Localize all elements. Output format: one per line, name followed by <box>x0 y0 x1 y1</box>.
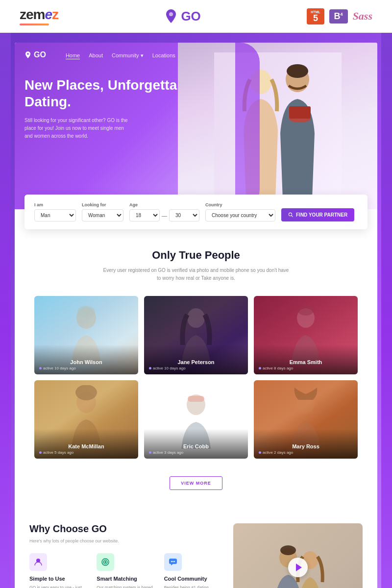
why-choose-section: Why Choose GO Here's why lots of people … <box>15 509 377 588</box>
view-more-button[interactable]: VIEW MORE <box>170 476 222 490</box>
emma-overlay: Emma Smith active 8 days ago <box>254 344 358 374</box>
bootstrap-badge: B4 <box>329 9 348 24</box>
age-label: Age <box>129 202 199 207</box>
why-features-grid: Simple to Use GO is very easy to use - j… <box>29 553 223 588</box>
search-bar: I am Man Woman Looking for Woman Man Age… <box>24 195 368 229</box>
people-grid: John Wilson active 10 days ago <box>34 296 358 459</box>
age-to-select[interactable]: 30354050 <box>169 209 199 221</box>
svg-rect-18 <box>188 396 204 402</box>
nav-pin-icon <box>24 51 31 59</box>
hero-couple-image <box>178 43 377 209</box>
svg-rect-7 <box>289 106 311 119</box>
nav-community[interactable]: Community ▾ <box>112 50 144 59</box>
hero-brand: GO <box>24 50 46 59</box>
nav-locations[interactable]: Locations <box>152 50 175 59</box>
zemes-logo[interactable]: zemez <box>20 7 58 25</box>
matching-title: Smart Matching <box>97 576 156 582</box>
simple-desc: GO is very easy to use - just choose you… <box>29 585 89 588</box>
only-true-people-section: Only True People Every user registered o… <box>15 229 377 509</box>
why-left-content: Why Choose GO Here's why lots of people … <box>29 523 223 588</box>
page-background: GO Home About Community ▾ Locations Page… <box>0 33 392 588</box>
svg-point-29 <box>280 545 296 555</box>
nav-home[interactable]: Home <box>66 50 80 59</box>
kate-activity: active 5 days ago <box>39 450 133 455</box>
why-title: Why Choose GO <box>29 523 223 535</box>
looking-label: Looking for <box>82 202 123 207</box>
svg-point-1 <box>27 53 29 55</box>
activity-indicator <box>39 451 42 454</box>
svg-point-8 <box>289 213 292 216</box>
why-video-thumbnail <box>233 523 363 588</box>
activity-indicator <box>39 367 42 369</box>
mary-name: Mary Ross <box>259 443 353 449</box>
tech-badges: HTML 5 B4 Sass <box>307 8 372 24</box>
svg-point-25 <box>171 561 172 562</box>
age-field: Age 18212530 — 30354050 <box>129 202 199 221</box>
find-partner-button[interactable]: FIND YOUR PARTNER <box>281 208 354 221</box>
play-button[interactable] <box>288 558 308 577</box>
location-pin-icon <box>164 8 178 24</box>
svg-point-5 <box>287 64 308 78</box>
svg-point-14 <box>298 306 314 316</box>
community-icon <box>164 553 182 571</box>
emma-name: Emma Smith <box>259 359 353 365</box>
mary-activity: active 2 days ago <box>259 450 353 455</box>
svg-point-0 <box>169 12 173 16</box>
hero-image <box>178 43 377 209</box>
person-card-kate[interactable]: Kate McMillan active 5 days ago <box>34 380 138 459</box>
looking-select[interactable]: Woman Man <box>82 209 123 221</box>
sass-badge: Sass <box>353 10 372 23</box>
activity-indicator <box>259 451 261 454</box>
country-select[interactable]: Choose your country United States United… <box>205 209 275 221</box>
feature-matching: Smart Matching Our matching system is ba… <box>97 553 156 588</box>
search-icon <box>288 212 294 218</box>
age-from-select[interactable]: 18212530 <box>129 209 160 221</box>
simple-title: Simple to Use <box>29 576 89 582</box>
iam-select[interactable]: Man Woman <box>34 209 76 221</box>
couple-illustration <box>214 52 342 199</box>
nav-about[interactable]: About <box>89 50 103 59</box>
mary-overlay: Mary Ross active 2 days ago <box>254 429 358 459</box>
john-name: John Wilson <box>39 359 133 365</box>
looking-for-field: Looking for Woman Man <box>82 202 123 221</box>
activity-indicator <box>259 367 261 369</box>
country-label: Country <box>205 202 275 207</box>
person-card-emma[interactable]: Emma Smith active 8 days ago <box>254 296 358 374</box>
svg-point-11 <box>77 306 95 318</box>
feature-community: Cool Community Besides being #1 dating s… <box>164 553 223 588</box>
otp-title: Only True People <box>29 249 363 262</box>
svg-line-9 <box>292 216 293 217</box>
person-card-eric[interactable]: Eric Cobb active 3 days ago <box>144 380 248 459</box>
age-dash: — <box>162 213 167 219</box>
john-activity: active 10 days ago <box>39 366 133 370</box>
country-field: Country Choose your country United State… <box>205 202 275 221</box>
matching-desc: Our matching system is based on geolocat… <box>97 585 156 588</box>
jane-name: Jane Peterson <box>149 359 243 365</box>
iam-label: I am <box>34 202 76 207</box>
activity-indicator <box>149 367 151 369</box>
svg-point-27 <box>173 561 174 562</box>
svg-point-26 <box>172 561 173 562</box>
go-logo: GO <box>164 8 200 24</box>
svg-point-23 <box>104 561 106 563</box>
html5-badge: HTML 5 <box>307 8 324 24</box>
svg-point-16 <box>75 385 97 400</box>
chat-icon <box>168 557 178 567</box>
eric-activity: active 3 days ago <box>149 450 243 455</box>
site-card: GO Home About Community ▾ Locations Page… <box>15 43 377 588</box>
eric-name: Eric Cobb <box>149 443 243 449</box>
play-triangle-icon <box>296 564 302 571</box>
why-right-image <box>233 523 363 588</box>
john-overlay: John Wilson active 10 days ago <box>34 344 138 374</box>
person-card-mary[interactable]: Mary Ross active 2 days ago <box>254 380 358 459</box>
jane-activity: active 10 days ago <box>149 366 243 370</box>
hero-subtitle: Still looking for your significant other… <box>24 117 132 140</box>
person-card-john[interactable]: John Wilson active 10 days ago <box>34 296 138 374</box>
svg-rect-2 <box>214 52 342 199</box>
iam-field: I am Man Woman <box>34 202 76 221</box>
simple-icon <box>29 553 47 571</box>
svg-point-12 <box>187 308 205 328</box>
eric-overlay: Eric Cobb active 3 days ago <box>144 429 248 459</box>
person-card-jane[interactable]: Jane Peterson active 10 days ago <box>144 296 248 374</box>
hero-blob <box>235 43 260 209</box>
